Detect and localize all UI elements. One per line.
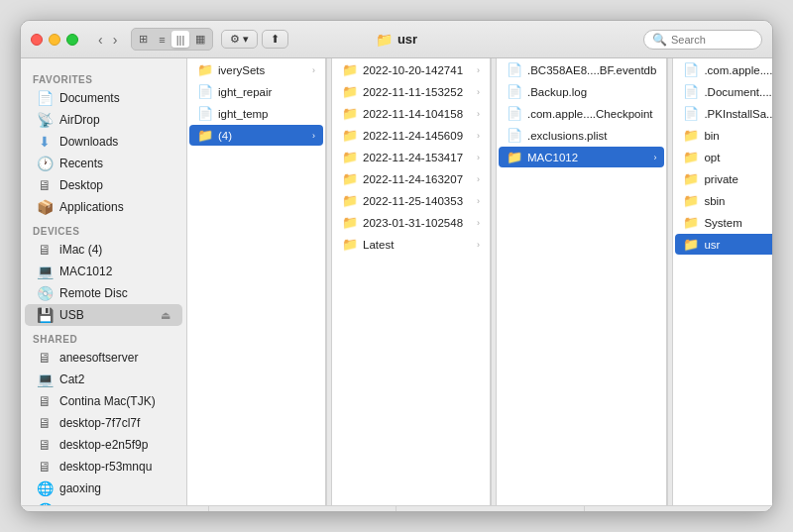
list-item[interactable]: 📁 opt › [675, 147, 772, 167]
sidebar-item-label: Desktop [59, 178, 103, 192]
eject-icon[interactable]: ⏏ [161, 309, 170, 322]
gallery-view-button[interactable]: ▦ [190, 31, 210, 48]
search-input[interactable] [671, 34, 760, 46]
airdrop-icon: 📡 [37, 112, 53, 128]
sidebar-item-label: Documents [59, 91, 120, 105]
list-item[interactable]: 📁 2022-11-24-145609 › [334, 125, 488, 146]
sidebar-item-label: Cat2 [59, 372, 84, 386]
search-icon: 🔍 [652, 33, 667, 47]
list-item[interactable]: 📁 MAC1012 › [499, 147, 664, 167]
back-button[interactable]: ‹ [94, 30, 107, 50]
list-item[interactable]: 📁 iverySets › [189, 59, 323, 80]
sidebar-item-gaoxing[interactable]: 🌐 gaoxing [25, 478, 182, 499]
list-item[interactable]: 📁 private › [675, 168, 772, 189]
list-item[interactable]: 📁 bin › [675, 125, 772, 146]
favorites-label: Favorites [21, 66, 186, 87]
icon-view-button[interactable]: ⊞ [134, 31, 153, 48]
folder-icon: 📁 [342, 106, 358, 121]
sidebar-item-imac[interactable]: 🖥 iMac (4) [25, 239, 182, 261]
folder-icon: 📁 [342, 128, 358, 143]
file-icon: 📄 [683, 106, 699, 121]
column-4: 📄 .com.apple.....mvlist.plist 📄 .Documen… [673, 58, 772, 505]
list-item[interactable]: 📄 .BC358AE8....BF.eventdb [499, 59, 664, 80]
share-button[interactable]: ⬆ [262, 30, 288, 49]
chevron-right-icon: › [477, 65, 480, 75]
list-item[interactable]: 📄 .com.apple....Checkpoint [499, 103, 664, 124]
devices-label: Devices [21, 218, 186, 239]
usb-icon: 💾 [37, 307, 53, 323]
titlebar: ‹ › ⊞ ≡ ||| ▦ ⚙ ▾ ⬆ 📁 usr 🔍 [21, 21, 772, 58]
sidebar-item-anee[interactable]: 🖥 aneesoftserver [25, 347, 182, 369]
sidebar-item-mac1012[interactable]: 💻 MAC1012 [25, 261, 182, 282]
applications-icon: 📦 [37, 199, 53, 215]
list-item[interactable]: 📄 ight_repair [189, 81, 323, 102]
sidebar-item-label: MAC1012 [59, 265, 112, 278]
list-item[interactable]: 📁 2022-11-14-104158 › [334, 103, 488, 124]
forward-button[interactable]: › [109, 30, 122, 50]
resize-handle-2[interactable] [209, 506, 397, 511]
folder-icon: 📁 [342, 171, 358, 186]
traffic-lights [31, 34, 78, 46]
folder-icon: 📁 [683, 193, 699, 208]
sidebar-item-downloads[interactable]: ⬇ Downloads [25, 131, 182, 153]
list-item[interactable]: 📁 2022-11-24-153417 › [334, 147, 488, 167]
chevron-right-icon: › [477, 196, 480, 206]
file-icon: 📄 [507, 84, 522, 99]
resize-handle-3[interactable] [396, 506, 585, 511]
list-item[interactable]: 📁 2022-10-20-142741 › [334, 59, 488, 80]
maximize-button[interactable] [66, 34, 78, 46]
list-view-button[interactable]: ≡ [154, 31, 170, 48]
list-item[interactable]: 📄 .exclusions.plist [499, 125, 664, 146]
title-label: usr [397, 32, 417, 47]
list-item[interactable]: 📄 ight_temp [189, 103, 323, 124]
sidebar-item-remote-disc[interactable]: 💿 Remote Disc [25, 282, 182, 304]
remote-disc-icon: 💿 [37, 285, 53, 301]
sidebar-item-desktope2n5[interactable]: 🖥 desktop-e2n5f9p [25, 434, 182, 456]
sidebar-item-usb[interactable]: 💾 USB ⏏ [25, 304, 182, 326]
main-area: Favorites 📄 Documents 📡 AirDrop ⬇ Downlo… [21, 58, 772, 505]
sidebar-item-contina[interactable]: 🖥 Contina Mac(TJK) [25, 390, 182, 412]
list-item[interactable]: 📁 (4) › [189, 125, 323, 146]
chevron-right-icon: › [477, 153, 480, 162]
column-view-button[interactable]: ||| [171, 31, 190, 48]
sidebar-item-desktop[interactable]: 🖥 Desktop [25, 174, 182, 196]
resize-handle-1[interactable] [21, 506, 209, 511]
window-title: 📁 usr [376, 32, 417, 48]
list-item[interactable]: 📄 .Document....isions-V100 [675, 81, 772, 102]
list-item[interactable]: 📄 .Backup.log [499, 81, 664, 102]
file-icon: 📄 [507, 62, 522, 77]
chevron-right-icon: › [477, 131, 480, 141]
list-item[interactable]: 📁 2023-01-31-102548 › [334, 212, 488, 233]
search-box[interactable]: 🔍 [643, 30, 762, 50]
sidebar-item-cat2[interactable]: 💻 Cat2 [25, 369, 182, 390]
list-item[interactable]: 📁 2022-11-25-140353 › [334, 190, 488, 211]
minimize-button[interactable] [49, 34, 60, 46]
close-button[interactable] [31, 34, 43, 46]
folder-icon: 📁 [683, 237, 699, 252]
sidebar-item-label: Remote Disc [59, 286, 128, 300]
action-button[interactable]: ⚙ ▾ [221, 30, 258, 49]
list-item[interactable]: 📁 2022-11-11-153252 › [334, 81, 488, 102]
list-item[interactable]: 📁 2022-11-24-163207 › [334, 168, 488, 189]
sidebar-item-desktop7f7c[interactable]: 🖥 desktop-7f7cl7f [25, 412, 182, 434]
sidebar-item-desktopr53[interactable]: 🖥 desktop-r53mnqu [25, 456, 182, 478]
sidebar-item-recents[interactable]: 🕐 Recents [25, 153, 182, 174]
view-buttons: ⊞ ≡ ||| ▦ [131, 28, 213, 51]
list-item[interactable]: 📁 Latest › [334, 234, 488, 255]
list-item[interactable]: 📄 .com.apple.....mvlist.plist [675, 59, 772, 80]
folder-icon: 📁 [342, 193, 358, 208]
folder-icon: 📁 [197, 62, 213, 77]
list-item[interactable]: 📁 System › [675, 212, 772, 233]
folder-icon: 📁 [342, 84, 358, 99]
column-3: 📄 .BC358AE8....BF.eventdb 📄 .Backup.log … [497, 58, 667, 505]
recents-icon: 🕐 [37, 156, 53, 171]
resize-handle-4[interactable] [585, 506, 773, 511]
file-icon: 📄 [683, 62, 699, 77]
sidebar-item-documents[interactable]: 📄 Documents [25, 87, 182, 109]
sidebar-item-airdrop[interactable]: 📡 AirDrop [25, 109, 182, 131]
list-item[interactable]: 📁 sbin › [675, 190, 772, 211]
sidebar-item-applications[interactable]: 📦 Applications [25, 196, 182, 218]
list-item[interactable]: 📁 usr › [675, 234, 772, 255]
list-item[interactable]: 📄 .PKInstallSa...emSoftware [675, 103, 772, 124]
action-buttons: ⚙ ▾ ⬆ [221, 30, 288, 49]
